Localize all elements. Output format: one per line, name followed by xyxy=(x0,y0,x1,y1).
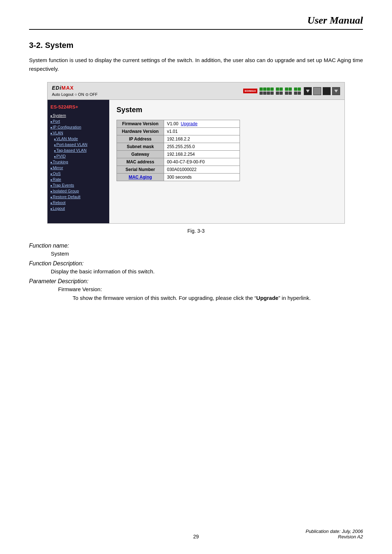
table-cell-label: IP Address xyxy=(117,135,164,143)
table-cell-label: MAC Aging xyxy=(117,174,164,181)
section-heading: 3-2. System xyxy=(29,41,363,50)
sidebar-item-mirror[interactable]: Mirror xyxy=(50,165,106,171)
table-row: MAC Aging 300 seconds xyxy=(117,174,240,181)
fig-caption: Fig. 3-3 xyxy=(29,228,363,234)
table-cell-value: V1.00 Upgrade xyxy=(164,120,240,128)
firmware-version-label: Firmware Version: xyxy=(29,286,363,292)
title-text: User Manual xyxy=(307,15,363,26)
port-dot xyxy=(294,91,297,95)
sidebar-item-trap[interactable]: Trap Events xyxy=(50,182,106,188)
table-cell-value: 255.255.255.0 xyxy=(164,143,240,151)
mac-aging-link[interactable]: MAC Aging xyxy=(128,175,152,180)
table-cell-label: Firmware Version xyxy=(117,120,164,128)
sidebar-item-vlan[interactable]: VLAN xyxy=(50,130,106,136)
table-cell-label: Gateway xyxy=(117,151,164,158)
sidebar-item-rate[interactable]: Rate xyxy=(50,176,106,182)
port-dot xyxy=(260,91,263,95)
sidebar-item-qos[interactable]: QoS xyxy=(50,171,106,176)
table-cell-label: Subnet mask xyxy=(117,143,164,151)
table-cell-label: Hardware Version xyxy=(117,128,164,135)
table-cell-label: Serial Number xyxy=(117,166,164,174)
port-dot xyxy=(298,91,301,95)
edimax-logo: EDiMAX xyxy=(52,85,98,91)
table-row: Serial Number 030A01000022 xyxy=(117,166,240,174)
sidebar-item-tag-vlan[interactable]: Tag-based VLAN xyxy=(50,147,106,153)
port-dot xyxy=(289,91,292,95)
sidebar-item-pvid[interactable]: PVID xyxy=(50,153,106,159)
port-dot xyxy=(260,87,263,91)
port-dot xyxy=(267,91,270,95)
table-cell-value: 030A01000022 xyxy=(164,166,240,174)
switch-topbar: EDiMAX Auto Logout ○ ON ⊙ OFF EDIMAX xyxy=(48,82,344,100)
port-dot xyxy=(263,91,266,95)
sidebar-item-system[interactable]: System xyxy=(50,113,106,118)
sw-btn-4[interactable] xyxy=(332,87,340,95)
sw-control-buttons xyxy=(304,87,340,95)
table-cell-value: 192.168.2.2 xyxy=(164,135,240,143)
port-dot xyxy=(263,87,266,91)
sidebar-item-trunking[interactable]: Trunking xyxy=(50,159,106,165)
screenshot-box: EDiMAX Auto Logout ○ ON ⊙ OFF EDIMAX xyxy=(47,82,345,224)
sidebar-item-vlan-mode[interactable]: VLAN Mode xyxy=(50,136,106,142)
intro-paragraph: System function is used to display the c… xyxy=(29,56,363,73)
table-row: Hardware Version v1.01 xyxy=(117,128,240,135)
port-dot xyxy=(270,91,274,95)
table-row: MAC address 00-40-C7-E9-00-F0 xyxy=(117,158,240,166)
switch-sidebar: ES-5224RS+ System Port IP Configuration … xyxy=(48,100,109,223)
table-row: IP Address 192.168.2.2 xyxy=(117,135,240,143)
page-number: 29 xyxy=(193,534,199,539)
sw-btn-1[interactable] xyxy=(304,87,312,95)
upgrade-bold-link: Upgrade xyxy=(256,295,278,301)
switch-content-area: System Firmware Version V1.00 Upgrade Ha… xyxy=(109,100,344,223)
sidebar-item-isolated[interactable]: Isolated Group xyxy=(50,188,106,194)
table-row: Firmware Version V1.00 Upgrade xyxy=(117,120,240,128)
sidebar-item-reboot[interactable]: Reboot xyxy=(50,200,106,205)
port-grid xyxy=(260,87,301,95)
sidebar-item-logout[interactable]: Logout xyxy=(50,205,106,211)
port-dot xyxy=(289,87,292,91)
port-dot xyxy=(285,91,288,95)
port-dot xyxy=(279,91,283,95)
param-desc-label: Parameter Description: xyxy=(29,278,363,285)
table-row: Gateway 192.168.2.254 xyxy=(117,151,240,158)
sidebar-item-port-vlan[interactable]: Port-based VLAN xyxy=(50,142,106,147)
port-dot xyxy=(279,87,283,91)
upgrade-link[interactable]: Upgrade xyxy=(181,121,197,126)
table-cell-label: MAC address xyxy=(117,158,164,166)
firmware-desc-pre: To show the firmware version of this swi… xyxy=(73,295,256,301)
table-row: Subnet mask 255.255.255.0 xyxy=(117,143,240,151)
function-desc-section: Function Description: Display the basic … xyxy=(29,260,363,274)
sw-btn-3[interactable] xyxy=(323,87,331,95)
sidebar-device-title: ES-5224RS+ xyxy=(50,104,106,110)
sidebar-item-port[interactable]: Port xyxy=(50,118,106,124)
autologout-text: Auto Logout ○ ON ⊙ OFF xyxy=(52,92,98,97)
logo-area: EDiMAX Auto Logout ○ ON ⊙ OFF xyxy=(52,85,98,97)
page-title: User Manual xyxy=(29,15,363,30)
sidebar-item-ip-config[interactable]: IP Configuration xyxy=(50,124,106,130)
function-desc-value: Display the basic information of this sw… xyxy=(29,268,363,274)
function-desc-label: Function Description: xyxy=(29,260,363,267)
param-desc-section: Parameter Description: Firmware Version:… xyxy=(29,278,363,302)
port-dot xyxy=(267,87,270,91)
content-title: System xyxy=(117,106,337,114)
function-name-section: Function name: System xyxy=(29,243,363,257)
triangle-icon xyxy=(306,90,310,93)
function-name-label: Function name: xyxy=(29,243,363,249)
pub-date: Publication date: July, 2006 xyxy=(306,529,363,534)
port-row-top xyxy=(260,87,301,91)
port-dot xyxy=(294,87,297,91)
port-dot xyxy=(285,87,288,91)
switch-main-area: ES-5224RS+ System Port IP Configuration … xyxy=(48,100,344,223)
table-cell-value: 192.168.2.254 xyxy=(164,151,240,158)
port-row-bottom xyxy=(260,91,301,95)
port-dot xyxy=(298,87,301,91)
triangle-icon xyxy=(334,90,338,93)
firmware-version-desc: To show the firmware version of this swi… xyxy=(29,294,363,302)
sw-btn-2[interactable] xyxy=(313,87,321,95)
footer: Publication date: July, 2006 Revision A2 xyxy=(306,529,363,539)
revision: Revision A2 xyxy=(306,534,363,539)
table-cell-value: v1.01 xyxy=(164,128,240,135)
sidebar-item-restore[interactable]: Restore Default xyxy=(50,194,106,200)
port-dot xyxy=(276,91,279,95)
table-cell-value: 00-40-C7-E9-00-F0 xyxy=(164,158,240,166)
